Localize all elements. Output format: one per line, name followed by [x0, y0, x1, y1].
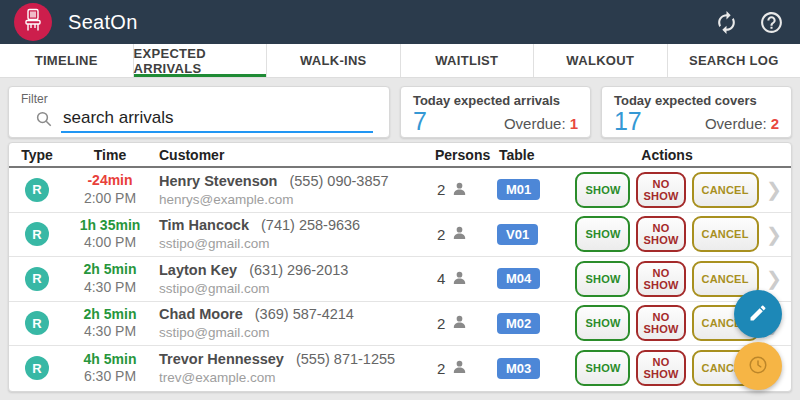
tab-waitlist[interactable]: WAITLIST [401, 44, 535, 77]
customer-email: sstipo@gmail.com [159, 325, 429, 342]
tab-walkout[interactable]: WALKOUT [534, 44, 668, 77]
person-icon [451, 180, 468, 200]
arrival-time: 4:00 PM [65, 234, 155, 252]
stat-value: 7 [413, 109, 427, 134]
pencil-icon [748, 303, 768, 326]
clock-icon [747, 354, 769, 379]
no-show-button[interactable]: NO SHOW [636, 261, 685, 297]
person-icon [451, 358, 468, 378]
stat-title: Today expected arrivals [413, 93, 578, 108]
reservation-type-badge: R [25, 178, 49, 202]
arrival-time: 2:00 PM [65, 190, 155, 208]
table-row[interactable]: R -24min 2:00 PM Henry Stevenson(555) 09… [9, 168, 791, 213]
arrival-time: 4:30 PM [65, 323, 155, 341]
customer-phone: (741) 258-9636 [261, 217, 360, 233]
time-until-arrival: 2h 5min [65, 261, 155, 279]
table-row[interactable]: R 1h 35min 4:00 PM Tim Hancock(741) 258-… [9, 213, 791, 258]
cancel-button[interactable]: CANCEL [692, 172, 759, 208]
stat-overdue: Overdue:1 [504, 115, 578, 134]
tab-bar: TIMELINE EXPECTED ARRIVALS WALK-INS WAIT… [0, 44, 800, 78]
app-header: SeatOn [0, 0, 800, 44]
tab-walk-ins[interactable]: WALK-INS [267, 44, 401, 77]
tab-search-log[interactable]: SEARCH LOG [668, 44, 800, 77]
show-button[interactable]: SHOW [575, 216, 630, 252]
show-button[interactable]: SHOW [575, 305, 630, 341]
stat-title: Today expected covers [614, 93, 779, 108]
table-badge: V01 [497, 224, 538, 245]
col-actions: Actions [577, 147, 757, 163]
show-button[interactable]: SHOW [575, 350, 630, 386]
no-show-button[interactable]: NO SHOW [636, 305, 685, 341]
app-logo [14, 3, 52, 41]
customer-email: trev@example.com [159, 370, 429, 387]
app-title: SeatOn [68, 11, 138, 34]
customer-phone: (631) 296-2013 [249, 262, 348, 278]
persons-count: 4 [437, 270, 445, 287]
table-row[interactable]: R 2h 5min 4:30 PM Layton Key(631) 296-20… [9, 257, 791, 302]
stat-overdue: Overdue:2 [705, 115, 779, 134]
stat-expected-arrivals: Today expected arrivals 7 Overdue:1 [400, 86, 591, 138]
sync-icon[interactable] [714, 10, 739, 35]
time-until-arrival: -24min [65, 172, 155, 190]
customer-name: Tim Hancock [159, 217, 249, 233]
help-icon[interactable] [759, 10, 784, 35]
stat-expected-covers: Today expected covers 17 Overdue:2 [601, 86, 792, 138]
chevron-right-icon[interactable]: ❯ [757, 178, 791, 201]
customer-phone: (555) 871-1255 [296, 351, 395, 367]
reservation-type-badge: R [25, 222, 49, 246]
filter-label: Filter [21, 92, 377, 106]
reservation-type-badge: R [25, 311, 49, 335]
table-badge: M01 [497, 179, 540, 200]
arrivals-table: Type Time Customer Persons Table Actions… [8, 142, 792, 392]
customer-email: sstipo@gmail.com [159, 281, 429, 298]
col-persons: Persons [429, 147, 493, 163]
persons-count: 2 [437, 360, 445, 377]
table-badge: M02 [497, 313, 540, 334]
customer-email: henrys@example.com [159, 192, 429, 209]
person-icon [451, 224, 468, 244]
no-show-button[interactable]: NO SHOW [636, 350, 685, 386]
tab-expected-arrivals[interactable]: EXPECTED ARRIVALS [134, 44, 268, 77]
chevron-right-icon[interactable]: ❯ [757, 267, 791, 290]
table-row[interactable]: R 4h 5min 6:30 PM Trevor Hennessey(555) … [9, 346, 791, 391]
chevron-right-icon[interactable]: ❯ [757, 223, 791, 246]
time-until-arrival: 1h 35min [65, 217, 155, 235]
col-table: Table [493, 147, 577, 163]
arrival-time: 4:30 PM [65, 279, 155, 297]
person-icon [451, 313, 468, 333]
persons-count: 2 [437, 181, 445, 198]
customer-phone: (555) 090-3857 [289, 173, 388, 189]
add-reservation-fab[interactable] [734, 290, 782, 338]
stat-value: 17 [614, 109, 642, 134]
customer-email: sstipo@gmail.com [159, 236, 429, 253]
customer-name: Chad Moore [159, 306, 243, 322]
customer-name: Layton Key [159, 262, 237, 278]
waitlist-timer-fab[interactable] [734, 342, 782, 390]
search-arrivals-input[interactable] [61, 108, 373, 133]
tab-timeline[interactable]: TIMELINE [0, 44, 134, 77]
show-button[interactable]: SHOW [575, 172, 630, 208]
overdue-count: 2 [771, 115, 779, 132]
table-row[interactable]: R 2h 5min 4:30 PM Chad Moore(369) 587-42… [9, 302, 791, 347]
no-show-button[interactable]: NO SHOW [636, 172, 685, 208]
table-badge: M04 [497, 268, 540, 289]
reservation-type-badge: R [25, 267, 49, 291]
time-until-arrival: 2h 5min [65, 306, 155, 324]
customer-phone: (369) 587-4214 [255, 306, 354, 322]
col-time: Time [65, 147, 155, 163]
persons-count: 2 [437, 226, 445, 243]
person-icon [451, 269, 468, 289]
time-until-arrival: 4h 5min [65, 351, 155, 369]
col-customer: Customer [155, 147, 429, 163]
search-icon [35, 110, 61, 132]
chair-icon [20, 7, 46, 37]
no-show-button[interactable]: NO SHOW [636, 216, 685, 252]
col-type: Type [9, 147, 65, 163]
customer-name: Trevor Hennessey [159, 351, 284, 367]
overdue-count: 1 [570, 115, 578, 132]
arrival-time: 6:30 PM [65, 368, 155, 386]
table-header: Type Time Customer Persons Table Actions [9, 143, 791, 168]
cancel-button[interactable]: CANCEL [692, 216, 759, 252]
table-badge: M03 [497, 358, 540, 379]
show-button[interactable]: SHOW [575, 261, 630, 297]
